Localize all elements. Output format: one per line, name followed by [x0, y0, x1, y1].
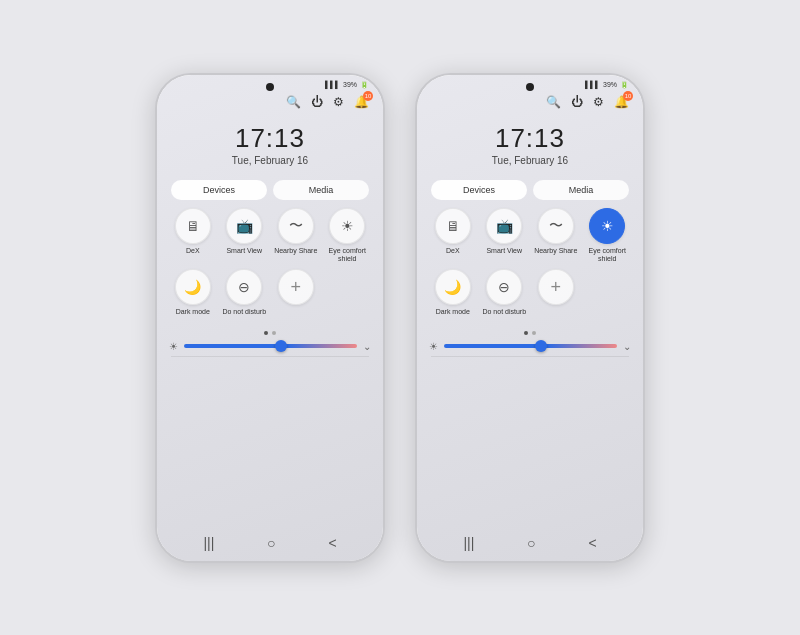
- dots-row-1: [417, 331, 643, 335]
- camera-notch-1: [526, 83, 534, 91]
- tile-1-r1-3: ☀ Eye comfort shield: [584, 208, 630, 264]
- tile-1-r2-1: ⊖ Do not disturb: [481, 269, 527, 316]
- clock-time-1: 17:13: [417, 123, 643, 154]
- tiles-section-1: 🖥 DeX 📺 Smart View 〜 Nearby Share: [417, 206, 643, 325]
- nav-back-1[interactable]: <: [588, 535, 596, 551]
- power-icon-1[interactable]: ⏻: [571, 95, 583, 109]
- phone-right: ▌▌▌ 39% 🔋 🔍 ⏻ ⚙ 🔔 10 17:13 Tue, February…: [415, 73, 645, 563]
- tile-0-r1-3: ☀ Eye comfort shield: [324, 208, 370, 264]
- nav-menu-1[interactable]: |||: [463, 535, 474, 551]
- tile-0-r1-1: 📺 Smart View: [221, 208, 267, 264]
- tile-icon-0-r1-0[interactable]: 🖥: [175, 208, 211, 244]
- tile-label-0-r2-1: Do not disturb: [222, 308, 266, 316]
- nav-back-0[interactable]: <: [328, 535, 336, 551]
- brightness-low-icon-1: ☀: [429, 341, 438, 352]
- signal-icon-0: ▌▌▌: [325, 81, 340, 88]
- tile-icon-1-r1-0[interactable]: 🖥: [435, 208, 471, 244]
- tiles-row2-1: 🌙 Dark mode ⊖ Do not disturb +: [427, 269, 633, 316]
- notification-count-0: 10: [363, 91, 373, 101]
- status-bar-1: ▌▌▌ 39% 🔋: [417, 75, 643, 91]
- tile-0-r2-2: +: [273, 269, 319, 316]
- brightness-row-1: ☀ ⌄: [417, 339, 643, 354]
- dot-0-0: [264, 331, 268, 335]
- bottom-nav-0: ||| ○ <: [157, 527, 383, 561]
- dot-1-0: [524, 331, 528, 335]
- screen-1: ▌▌▌ 39% 🔋 🔍 ⏻ ⚙ 🔔 10 17:13 Tue, February…: [417, 75, 643, 561]
- brightness-row-0: ☀ ⌄: [157, 339, 383, 354]
- brightness-slider-1[interactable]: [444, 344, 617, 348]
- status-icons-1: ▌▌▌ 39% 🔋: [585, 81, 629, 89]
- tile-icon-0-r1-2[interactable]: 〜: [278, 208, 314, 244]
- tile-icon-0-r2-2[interactable]: +: [278, 269, 314, 305]
- tile-icon-1-r1-1[interactable]: 📺: [486, 208, 522, 244]
- phone-left: ▌▌▌ 39% 🔋 🔍 ⏻ ⚙ 🔔 10 17:13 Tue, February…: [155, 73, 385, 563]
- tile-icon-0-r2-0[interactable]: 🌙: [175, 269, 211, 305]
- clock-time-0: 17:13: [157, 123, 383, 154]
- clock-date-0: Tue, February 16: [157, 155, 383, 166]
- tiles-row1-1: 🖥 DeX 📺 Smart View 〜 Nearby Share: [427, 208, 633, 264]
- tab-1-0[interactable]: Devices: [431, 180, 527, 200]
- brightness-thumb-0[interactable]: [275, 340, 287, 352]
- tile-0-r1-2: 〜 Nearby Share: [273, 208, 319, 264]
- battery-icon-0: 🔋: [360, 81, 369, 89]
- notification-count-1: 10: [623, 91, 633, 101]
- tab-0-0[interactable]: Devices: [171, 180, 267, 200]
- tile-label-0-r1-1: Smart View: [226, 247, 262, 255]
- settings-icon-0[interactable]: ⚙: [333, 95, 344, 109]
- tile-icon-1-r1-3[interactable]: ☀: [589, 208, 625, 244]
- tile-label-1-r1-0: DeX: [446, 247, 460, 255]
- tile-label-1-r2-0: Dark mode: [436, 308, 470, 316]
- status-icons-0: ▌▌▌ 39% 🔋: [325, 81, 369, 89]
- notification-badge-0[interactable]: 🔔 10: [354, 95, 369, 109]
- tile-1-r2-0: 🌙 Dark mode: [430, 269, 476, 316]
- quick-top-icons-1: 🔍 ⏻ ⚙ 🔔 10: [417, 91, 643, 113]
- tile-icon-0-r1-1[interactable]: 📺: [226, 208, 262, 244]
- tile-icon-1-r1-2[interactable]: 〜: [538, 208, 574, 244]
- brightness-thumb-1[interactable]: [535, 340, 547, 352]
- tabs-row-0: Devices Media: [171, 180, 369, 200]
- quick-top-icons-0: 🔍 ⏻ ⚙ 🔔 10: [157, 91, 383, 113]
- chevron-down-icon-0[interactable]: ⌄: [363, 341, 371, 352]
- notification-badge-1[interactable]: 🔔 10: [614, 95, 629, 109]
- nav-home-0[interactable]: ○: [267, 535, 275, 551]
- tile-label-1-r1-2: Nearby Share: [534, 247, 577, 255]
- tile-icon-1-r2-2[interactable]: +: [538, 269, 574, 305]
- battery-text-1: 39%: [603, 81, 617, 88]
- tab-0-1[interactable]: Media: [273, 180, 369, 200]
- signal-icon-1: ▌▌▌: [585, 81, 600, 88]
- tile-label-0-r2-0: Dark mode: [176, 308, 210, 316]
- battery-icon-1: 🔋: [620, 81, 629, 89]
- clock-area-0: 17:13 Tue, February 16: [157, 113, 383, 174]
- tile-label-0-r1-2: Nearby Share: [274, 247, 317, 255]
- nav-menu-0[interactable]: |||: [203, 535, 214, 551]
- tile-icon-1-r2-0[interactable]: 🌙: [435, 269, 471, 305]
- status-bar-0: ▌▌▌ 39% 🔋: [157, 75, 383, 91]
- bottom-nav-1: ||| ○ <: [417, 527, 643, 561]
- tiles-row1-0: 🖥 DeX 📺 Smart View 〜 Nearby Share: [167, 208, 373, 264]
- clock-area-1: 17:13 Tue, February 16: [417, 113, 643, 174]
- tile-label-1-r2-1: Do not disturb: [482, 308, 526, 316]
- brightness-slider-0[interactable]: [184, 344, 357, 348]
- dot-1-1: [532, 331, 536, 335]
- dot-0-1: [272, 331, 276, 335]
- settings-icon-1[interactable]: ⚙: [593, 95, 604, 109]
- tile-icon-1-r2-1[interactable]: ⊖: [486, 269, 522, 305]
- tile-0-r2-1: ⊖ Do not disturb: [221, 269, 267, 316]
- phones-container: ▌▌▌ 39% 🔋 🔍 ⏻ ⚙ 🔔 10 17:13 Tue, February…: [155, 73, 645, 563]
- tile-label-0-r1-0: DeX: [186, 247, 200, 255]
- divider-1: [431, 356, 629, 357]
- tile-icon-0-r1-3[interactable]: ☀: [329, 208, 365, 244]
- tiles-section-0: 🖥 DeX 📺 Smart View 〜 Nearby Share: [157, 206, 383, 325]
- tab-1-1[interactable]: Media: [533, 180, 629, 200]
- chevron-down-icon-1[interactable]: ⌄: [623, 341, 631, 352]
- camera-notch-0: [266, 83, 274, 91]
- clock-date-1: Tue, February 16: [417, 155, 643, 166]
- tile-label-0-r1-3: Eye comfort shield: [324, 247, 370, 264]
- tile-1-r2-2: +: [533, 269, 579, 316]
- search-icon-1[interactable]: 🔍: [546, 95, 561, 109]
- tile-icon-0-r2-1[interactable]: ⊖: [226, 269, 262, 305]
- power-icon-0[interactable]: ⏻: [311, 95, 323, 109]
- nav-home-1[interactable]: ○: [527, 535, 535, 551]
- brightness-low-icon-0: ☀: [169, 341, 178, 352]
- search-icon-0[interactable]: 🔍: [286, 95, 301, 109]
